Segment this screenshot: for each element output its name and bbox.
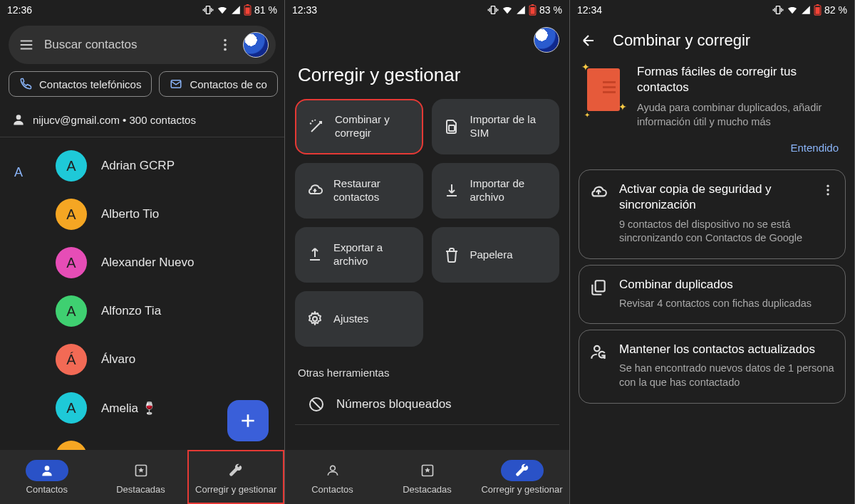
tile-label: Ajustes — [333, 313, 368, 326]
svg-point-24 — [826, 185, 829, 187]
list-item[interactable]: AAlexander Nuevo — [0, 238, 284, 287]
promo-ok-button[interactable]: Entendido — [570, 137, 854, 164]
search-bar[interactable]: Buscar contactos — [9, 26, 276, 64]
chip-phone-contacts[interactable]: Contactos telefónicos — [9, 71, 152, 97]
more-icon[interactable] — [821, 183, 835, 197]
vibrate-icon — [202, 4, 214, 16]
wifi-icon — [787, 4, 798, 16]
svg-rect-3 — [245, 7, 249, 14]
card-title: Combinar duplicados — [619, 277, 835, 293]
wrench-icon — [514, 463, 530, 478]
back-icon[interactable] — [580, 32, 597, 49]
bottom-nav: Contactos Destacadas Corregir y gestiona… — [0, 450, 284, 504]
upload-icon — [306, 246, 323, 263]
bottom-nav: Contactos Destacadas Corregir y gestiona… — [285, 450, 569, 504]
nav-label: Contactos — [311, 484, 353, 495]
plus-icon — [239, 411, 257, 430]
header: Combinar y corregir — [570, 20, 854, 61]
svg-point-18 — [330, 466, 335, 471]
person-icon — [40, 463, 54, 478]
blocked-numbers[interactable]: Números bloqueados — [295, 389, 559, 425]
profile-avatar[interactable] — [534, 27, 559, 53]
status-bar: 12:36 81 % — [0, 0, 284, 20]
battery-pct: 81 % — [254, 4, 277, 16]
header — [285, 20, 569, 57]
cloud-restore-icon — [306, 182, 323, 199]
card-keep-updated[interactable]: Mantener los contactos actualizados Se h… — [579, 330, 846, 403]
battery-icon — [529, 4, 537, 16]
contact-avatar: Á — [56, 344, 87, 375]
card-title: Activar copia de seguridad y sincronizac… — [619, 182, 809, 213]
contact-avatar: A — [56, 392, 87, 424]
contact-name: Amelia 🍷 — [101, 401, 157, 416]
tile-settings[interactable]: Ajustes — [295, 291, 423, 347]
promo-title: Formas fáciles de corregir tus contactos — [637, 64, 841, 95]
cloud-upload-icon — [589, 183, 608, 201]
list-item[interactable]: AAlberto Tio — [0, 190, 284, 238]
list-item[interactable]: AAlfonzo Tia — [0, 287, 284, 335]
battery-pct: 82 % — [824, 4, 847, 16]
svg-point-16 — [313, 317, 317, 321]
contact-avatar: A — [56, 199, 87, 230]
nav-fix-manage[interactable]: Corregir y gestionar — [475, 450, 569, 504]
tile-export[interactable]: Exportar a archivo — [295, 227, 423, 283]
vibrate-icon — [487, 4, 499, 16]
signal-icon — [801, 5, 811, 15]
tile-label: Exportar a archivo — [333, 241, 412, 268]
status-icons: 83 % — [487, 4, 562, 16]
svg-point-25 — [826, 189, 829, 191]
list-item[interactable]: AAdrian GCRP — [0, 142, 284, 190]
wifi-icon — [502, 4, 513, 16]
nav-featured[interactable]: Destacadas — [94, 450, 188, 504]
svg-point-5 — [224, 43, 227, 46]
phone-icon — [19, 78, 32, 90]
card-subtitle: Revisar 4 contactos con fichas duplicada… — [619, 297, 835, 311]
nav-label: Destacadas — [116, 484, 165, 495]
menu-icon[interactable] — [19, 37, 34, 53]
page-title: Corregir y gestionar — [285, 57, 569, 99]
nav-contacts[interactable]: Contactos — [285, 450, 380, 504]
tile-restore[interactable]: Restaurar contactos — [295, 163, 423, 219]
nav-contacts[interactable]: Contactos — [0, 450, 94, 504]
page-title: Combinar y corregir — [613, 31, 750, 50]
status-bar: 12:34 82 % — [570, 0, 854, 20]
tile-label: Papelera — [470, 248, 513, 262]
sim-icon — [443, 118, 460, 135]
promo-banner: ✦✦✦ Formas fáciles de corregir tus conta… — [570, 61, 854, 137]
svg-rect-20 — [776, 6, 779, 14]
svg-point-9 — [44, 466, 49, 471]
contact-name: Álvaro — [101, 352, 135, 367]
blocked-icon — [308, 396, 325, 413]
chip-email-contacts[interactable]: Contactos de co — [159, 71, 277, 97]
svg-rect-13 — [532, 4, 534, 6]
tile-label: Combinar y corregir — [335, 113, 410, 140]
copy-icon — [589, 278, 608, 297]
nav-featured[interactable]: Destacadas — [380, 450, 475, 504]
nav-label: Corregir y gestionar — [481, 484, 562, 495]
more-icon[interactable] — [217, 37, 233, 53]
wifi-icon — [217, 4, 228, 16]
status-time: 12:36 — [7, 4, 32, 16]
profile-avatar[interactable] — [243, 32, 269, 58]
tile-merge-fix[interactable]: Combinar y corregir — [295, 99, 423, 154]
battery-pct: 83 % — [539, 4, 562, 16]
nav-fix-manage[interactable]: Corregir y gestionar — [187, 450, 284, 504]
add-contact-fab[interactable] — [227, 400, 269, 441]
filter-chips: Contactos telefónicos Contactos de co — [0, 71, 284, 105]
wand-icon — [308, 118, 325, 135]
tile-trash[interactable]: Papelera — [432, 227, 560, 283]
tile-import-file[interactable]: Importar de archivo — [432, 163, 560, 219]
svg-rect-11 — [491, 6, 494, 14]
card-merge-duplicates[interactable]: Combinar duplicados Revisar 4 contactos … — [579, 265, 846, 325]
svg-rect-22 — [817, 4, 819, 6]
book-illustration: ✦✦✦ — [583, 64, 624, 115]
card-backup-sync[interactable]: Activar copia de seguridad y sincronizac… — [579, 169, 846, 258]
list-item[interactable]: ÁÁlvaro — [0, 335, 284, 384]
status-time: 12:33 — [292, 4, 317, 16]
account-text: nijucv@gmail.com • 300 contactos — [33, 114, 196, 126]
svg-rect-27 — [596, 280, 605, 291]
account-summary[interactable]: nijucv@gmail.com • 300 contactos — [0, 105, 284, 137]
card-title: Mantener los contactos actualizados — [619, 342, 835, 357]
tile-import-sim[interactable]: Importar de la SIM — [432, 99, 560, 154]
nav-label: Destacadas — [403, 484, 452, 495]
